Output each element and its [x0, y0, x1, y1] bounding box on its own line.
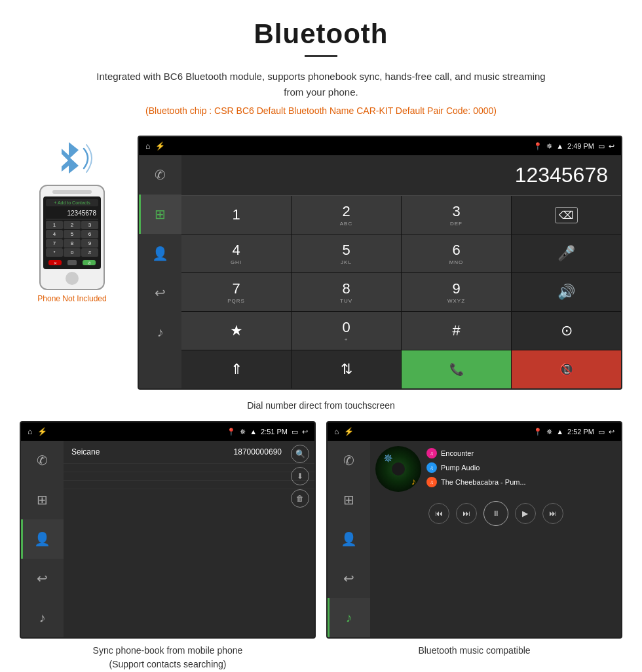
key-up-arrow[interactable]: ⇑ [181, 350, 291, 388]
key-9[interactable]: 9 WXYZ [402, 273, 511, 311]
phone-end-btn: ✕ [48, 260, 62, 265]
contact-actions: 🔍 ⬇ 🗑 [291, 445, 309, 508]
phone-space [67, 260, 77, 265]
ms-music[interactable]: ♪ [328, 598, 370, 637]
phonebook-caption: Sync phone-book from mobile phone(Suppor… [20, 644, 316, 671]
ms-status-time: 2:52 PM [567, 428, 594, 436]
page-description: Integrated with BC6 Bluetooth module, su… [92, 69, 550, 100]
key-backspace[interactable]: ⌫ [512, 196, 621, 234]
key-9-main: 9 [452, 280, 460, 297]
pb-location-icon: 📍 [227, 428, 236, 436]
keypad-sidebar-icon: ⊞ [155, 206, 166, 222]
phone-mockup: + Add to Contacts 12345678 1 2 3 4 5 6 7… [39, 185, 105, 290]
bluetooth-signal [46, 136, 98, 181]
ms-phone-icon: ✆ [343, 453, 354, 468]
track-name-3: The Cheebacabra - Pum... [441, 478, 526, 486]
key-4[interactable]: 4 GHI [181, 234, 291, 272]
phonebook-screen: ⌂ ⚡ 📍 ✵ ▲ 2:51 PM ▭ ↩ ✆ [20, 421, 316, 639]
sidebar-phone[interactable]: ✆ [139, 155, 181, 195]
key-mute[interactable]: 🎤 [512, 234, 621, 272]
pb-back-icon: ↩ [302, 428, 308, 436]
key-vol[interactable]: 🔊 [512, 273, 621, 311]
sidebar-keypad[interactable]: ⊞ [139, 195, 181, 234]
phone-number-display: 12345678 [46, 208, 98, 219]
key-8-main: 8 [342, 280, 350, 297]
cs-recents[interactable]: ↩ [21, 559, 64, 598]
key-hash-main: # [452, 322, 460, 339]
music-controls: ⏮ ⏭ ⏸ ▶ ⏭ [375, 497, 616, 530]
ms-music-icon: ♪ [346, 610, 352, 625]
forward-btn[interactable]: ▶ [515, 503, 536, 524]
ms-battery-icon: ▭ [598, 428, 605, 436]
prev-btn[interactable]: ⏮ [428, 503, 449, 524]
key-0[interactable]: 0 + [292, 312, 401, 350]
key-3[interactable]: 3 DEF [402, 196, 511, 234]
key-8[interactable]: 8 TUV [292, 273, 401, 311]
key-2-sub: ABC [340, 221, 352, 227]
ms-keypad-icon: ⊞ [343, 492, 354, 508]
phone-keypad: 1 2 3 4 5 6 7 8 9 * 0 # [46, 221, 98, 257]
phone-key-star: * [46, 248, 63, 257]
key-call[interactable]: 📞 [402, 350, 511, 388]
recents-sidebar-icon: ↩ [155, 285, 166, 301]
key-3-sub: DEF [450, 221, 463, 227]
key-merge[interactable]: ⇅ [292, 350, 401, 388]
rewind-btn[interactable]: ⏭ [456, 503, 477, 524]
sidebar-recents[interactable]: ↩ [139, 273, 181, 312]
track-item-3: ♫ The Cheebacabra - Pum... [426, 475, 616, 489]
main-screen: ⌂ ⚡ 📍 ✵ ▲ 2:49 PM ▭ ↩ ✆ ⊞ [138, 136, 622, 390]
pb-usb-icon: ⚡ [37, 427, 47, 436]
search-contact-btn[interactable]: 🔍 [291, 445, 309, 463]
ms-active-bar [328, 598, 330, 637]
title-divider [305, 55, 337, 57]
contacts-main: Seicane 18700000690 🔍 ⬇ 🗑 [64, 441, 314, 637]
cs-music[interactable]: ♪ [21, 598, 64, 637]
ms-recents[interactable]: ↩ [328, 559, 370, 598]
cs-contacts[interactable]: 👤 [21, 519, 64, 559]
ms-wifi-icon: ▲ [556, 428, 563, 436]
key-5[interactable]: 5 JKL [292, 234, 401, 272]
key-star[interactable]: ★ [181, 312, 291, 350]
wifi-icon: ▲ [556, 142, 563, 150]
contact-item: Seicane 18700000690 [64, 441, 314, 464]
cs-contacts-icon: 👤 [34, 531, 50, 547]
volume-icon: 🔊 [557, 284, 575, 301]
key-1[interactable]: 1 [181, 196, 291, 234]
download-contact-btn[interactable]: ⬇ [291, 467, 309, 485]
ms-phone[interactable]: ✆ [328, 441, 370, 480]
key-end-call[interactable]: 📵 [512, 350, 621, 388]
next-btn[interactable]: ⏭ [542, 503, 563, 524]
sidebar-contacts[interactable]: 👤 [139, 234, 181, 273]
key-6[interactable]: 6 MNO [402, 234, 511, 272]
play-pause-btn[interactable]: ⏸ [483, 501, 508, 526]
dialer-main: 12345678 1 2 ABC 3 DEF ⌫ [181, 155, 621, 388]
phone-key-2: 2 [64, 221, 81, 229]
music-caption: Bluetooth music compatible [326, 644, 622, 658]
key-hash[interactable]: # [402, 312, 511, 350]
phone-screen: + Add to Contacts 12345678 1 2 3 4 5 6 7… [43, 196, 101, 269]
music-note-icon: ♪ [411, 476, 416, 487]
cs-keypad[interactable]: ⊞ [21, 480, 64, 519]
phonebook-status-left: ⌂ ⚡ [28, 427, 47, 436]
key-2[interactable]: 2 ABC [292, 196, 401, 234]
ms-recents-icon: ↩ [343, 570, 354, 586]
sidebar-music[interactable]: ♪ [139, 312, 181, 352]
key-6-sub: MNO [449, 259, 464, 265]
delete-contact-btn[interactable]: 🗑 [291, 489, 309, 508]
phone-key-6: 6 [81, 230, 98, 238]
dialer-layout: ✆ ⊞ 👤 ↩ ♪ 12345678 [139, 155, 621, 388]
key-dial-menu[interactable]: ⊙ [512, 312, 621, 350]
home-icon: ⌂ [145, 141, 150, 151]
ms-keypad[interactable]: ⊞ [328, 480, 370, 519]
ms-contacts[interactable]: 👤 [328, 519, 370, 559]
phone-screen-top: + Add to Contacts [46, 199, 98, 206]
status-time: 2:49 PM [567, 142, 594, 150]
cs-phone[interactable]: ✆ [21, 441, 64, 480]
phonebook-section: ⌂ ⚡ 📍 ✵ ▲ 2:51 PM ▭ ↩ ✆ [20, 421, 316, 671]
music-screen: ⌂ ⚡ 📍 ✵ ▲ 2:52 PM ▭ ↩ ✆ [326, 421, 622, 639]
ms-usb-icon: ⚡ [344, 427, 354, 436]
phone-key-0: 0 [64, 248, 81, 257]
key-7[interactable]: 7 PQRS [181, 273, 291, 311]
contact-empty-4 [64, 489, 314, 497]
dialer-sidebar: ✆ ⊞ 👤 ↩ ♪ [139, 155, 181, 388]
